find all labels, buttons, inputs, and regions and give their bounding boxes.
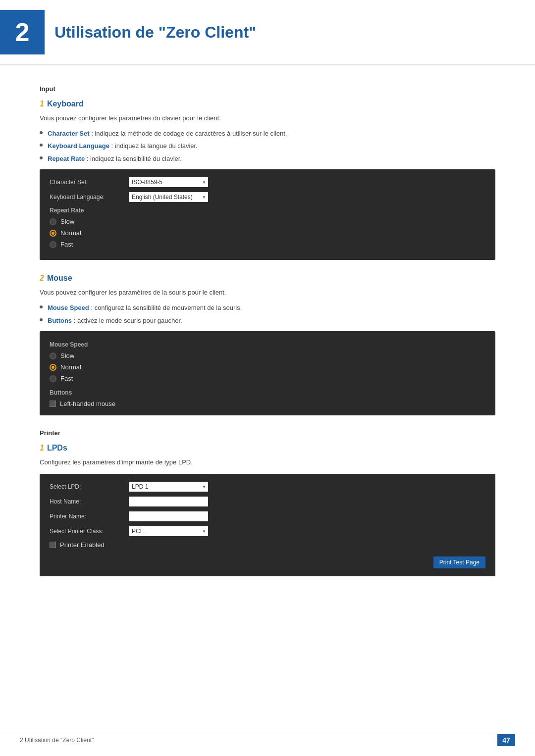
mouse-speed-group-label: Mouse Speed	[50, 341, 485, 348]
bullet-icon	[40, 305, 43, 308]
printer-name-input[interactable]	[129, 511, 208, 521]
buttons-desc: : activez le mode souris pour gaucher.	[72, 317, 182, 324]
mouse-slow-radio-icon	[50, 353, 56, 359]
character-set-select-wrapper: ISO-8859-5	[129, 177, 208, 187]
character-set-term: Character Set	[48, 130, 90, 137]
repeat-rate-normal[interactable]: Normal	[50, 229, 485, 237]
lpd-config-box: Select LPD: LPD 1 Host Name: Printer Nam…	[40, 474, 495, 576]
keyboard-lang-select-wrapper: English (United States)	[129, 192, 208, 202]
bullet-icon	[40, 318, 43, 321]
select-lpd-select[interactable]: LPD 1	[129, 482, 208, 492]
buttons-term: Buttons	[48, 317, 72, 324]
list-item: Repeat Rate : indiquez la sensibilité du…	[40, 154, 495, 164]
left-handed-mouse-checkbox[interactable]: Left-handed mouse	[50, 400, 485, 407]
host-name-input[interactable]	[129, 497, 208, 506]
repeat-rate-group-label: Repeat Rate	[50, 207, 485, 214]
mouse-title: Mouse	[47, 274, 72, 283]
lpds-header: 1 LPDs	[40, 444, 495, 453]
fast-radio-icon	[50, 241, 56, 248]
keyboard-number: 1	[40, 100, 44, 108]
normal-radio-icon	[50, 230, 56, 237]
printer-section: Printer 1 LPDs Configurez les paramètres…	[40, 429, 495, 576]
chapter-title: Utilisation de "Zero Client"	[54, 23, 256, 42]
printer-enabled-checkbox[interactable]: Printer Enabled	[50, 541, 485, 549]
printer-section-label: Printer	[40, 429, 495, 437]
keyboard-lang-term: Keyboard Language	[48, 142, 109, 150]
bullet-icon	[40, 131, 43, 134]
keyboard-lang-desc: : indiquez la langue du clavier.	[109, 142, 198, 150]
input-section: Input 1 Keyboard Vous pouvez configurer …	[40, 85, 495, 415]
mouse-normal-label: Normal	[60, 363, 81, 371]
lpds-title: LPDs	[47, 444, 67, 453]
mouse-speed-group: Mouse Speed Slow Normal Fast	[50, 341, 485, 382]
printer-name-row: Printer Name:	[50, 511, 485, 521]
mouse-fast-label: Fast	[60, 375, 73, 382]
select-printer-class-row: Select Printer Class: PCL	[50, 526, 485, 536]
buttons-group-label: Buttons	[50, 389, 485, 396]
mouse-speed-slow[interactable]: Slow	[50, 352, 485, 359]
mouse-number: 2	[40, 274, 44, 283]
repeat-rate-fast[interactable]: Fast	[50, 241, 485, 248]
keyboard-bullet-list: Character Set : indiquez la méthode de c…	[40, 129, 495, 164]
list-item: Keyboard Language : indiquez la langue d…	[40, 141, 495, 151]
slow-label: Slow	[60, 218, 74, 225]
keyboard-config-box: Character Set: ISO-8859-5 Keyboard Langu…	[40, 169, 495, 260]
mouse-speed-normal[interactable]: Normal	[50, 363, 485, 371]
select-printer-class-label: Select Printer Class:	[50, 528, 129, 535]
left-handed-checkbox-icon	[50, 401, 56, 407]
host-name-label: Host Name:	[50, 498, 129, 505]
normal-label: Normal	[60, 229, 81, 237]
lpds-number: 1	[40, 444, 44, 453]
list-item: Mouse Speed : configurez la sensibilité …	[40, 303, 495, 313]
mouse-bullet-list: Mouse Speed : configurez la sensibilité …	[40, 303, 495, 325]
select-lpd-wrapper: LPD 1	[129, 482, 208, 492]
mouse-item: 2 Mouse Vous pouvez configurer les param…	[40, 274, 495, 415]
printer-name-label: Printer Name:	[50, 513, 129, 520]
character-set-select[interactable]: ISO-8859-5	[129, 177, 208, 187]
mouse-header: 2 Mouse	[40, 274, 495, 283]
character-set-row: Character Set: ISO-8859-5	[50, 177, 485, 187]
buttons-section: Buttons Left-handed mouse	[50, 389, 485, 407]
mouse-speed-fast[interactable]: Fast	[50, 375, 485, 382]
keyboard-title: Keyboard	[47, 100, 84, 108]
printer-enabled-label: Printer Enabled	[60, 541, 105, 549]
bullet-icon	[40, 144, 43, 147]
repeat-rate-group: Repeat Rate Slow Normal Fast	[50, 207, 485, 248]
printer-class-select[interactable]: PCL	[129, 526, 208, 536]
chapter-number-box: 2	[0, 10, 45, 54]
print-test-wrapper: Print Test Page	[50, 554, 485, 568]
slow-radio-icon	[50, 218, 56, 225]
repeat-rate-slow[interactable]: Slow	[50, 218, 485, 225]
mouse-normal-radio-icon	[50, 364, 56, 371]
print-test-page-button[interactable]: Print Test Page	[433, 556, 485, 568]
keyboard-item: 1 Keyboard Vous pouvez configurer les pa…	[40, 100, 495, 260]
host-name-row: Host Name:	[50, 497, 485, 506]
chapter-header: 2 Utilisation de "Zero Client"	[0, 0, 535, 65]
keyboard-header: 1 Keyboard	[40, 100, 495, 108]
bullet-icon	[40, 156, 43, 159]
character-set-desc: : indiquez la méthode de codage de carac…	[90, 130, 287, 137]
mouse-speed-term: Mouse Speed	[48, 304, 89, 311]
keyboard-lang-select[interactable]: English (United States)	[129, 192, 208, 202]
repeat-rate-term: Repeat Rate	[48, 155, 85, 162]
footer-text: 2 Utilisation de "Zero Client"	[20, 737, 94, 744]
mouse-config-box: Mouse Speed Slow Normal Fast Bu	[40, 331, 495, 415]
keyboard-description: Vous pouvez configurer les paramètres du…	[40, 113, 495, 124]
mouse-description: Vous pouvez configurer les paramètres de…	[40, 288, 495, 298]
character-set-label: Character Set:	[50, 179, 129, 186]
printer-enabled-checkbox-icon	[50, 542, 56, 548]
list-item: Character Set : indiquez la méthode de c…	[40, 129, 495, 139]
mouse-fast-radio-icon	[50, 375, 56, 382]
main-content: Input 1 Keyboard Vous pouvez configurer …	[0, 85, 535, 620]
lpds-item: 1 LPDs Configurez les paramètres d'impri…	[40, 444, 495, 576]
page-footer: 2 Utilisation de "Zero Client" 47	[0, 734, 535, 746]
chapter-number: 2	[15, 17, 30, 47]
keyboard-lang-row: Keyboard Language: English (United State…	[50, 192, 485, 202]
left-handed-label: Left-handed mouse	[60, 400, 115, 407]
fast-label: Fast	[60, 241, 73, 248]
lpds-description: Configurez les paramètres d'imprimante d…	[40, 457, 495, 468]
mouse-speed-desc: : configurez la sensibilité de mouvement…	[89, 304, 242, 311]
mouse-slow-label: Slow	[60, 352, 74, 359]
repeat-rate-desc: : indiquez la sensibilité du clavier.	[85, 155, 182, 162]
list-item: Buttons : activez le mode souris pour ga…	[40, 316, 495, 326]
